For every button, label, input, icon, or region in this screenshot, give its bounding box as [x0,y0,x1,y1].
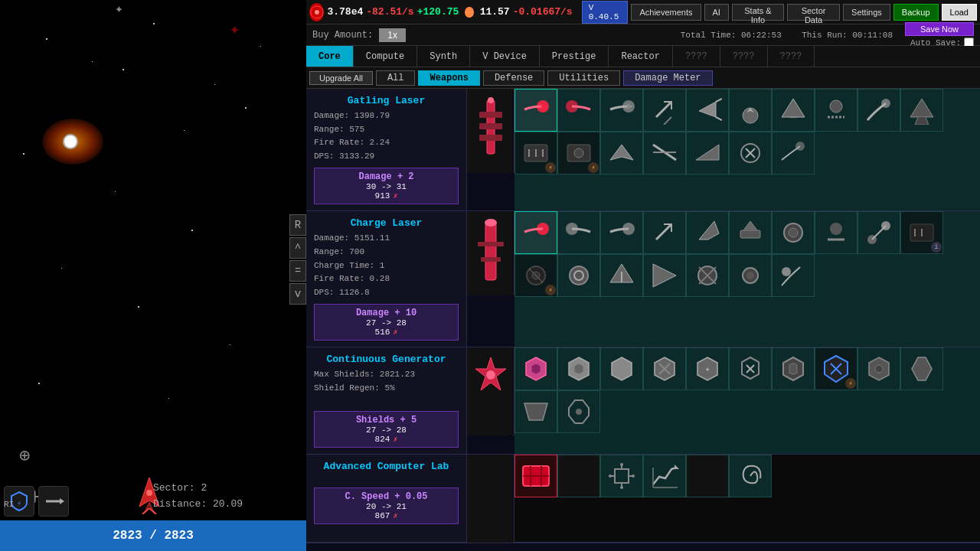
icon-cell[interactable] [772,89,815,132]
icon-cell[interactable] [600,347,643,390]
icon-cell[interactable] [557,211,600,254]
acl-upgrade-box[interactable]: C. Speed + 0.05 20 -> 21 867✗ [314,487,459,524]
generator-title: Continuous Generator [314,354,459,365]
gen-icon-grid: ✦ [514,347,980,453]
tab-core[interactable]: Core [306,46,354,67]
tab-reactor[interactable]: Reactor [609,46,672,67]
icon-cell[interactable] [815,211,858,254]
icon-cell[interactable] [772,211,815,254]
gen-upgrade-box[interactable]: Shields + 5 27 -> 28 824✗ [314,411,459,448]
icon-cell[interactable] [643,132,686,174]
backup-button[interactable]: Backup [893,4,939,21]
icon-cell[interactable] [815,89,858,132]
icon-cell[interactable] [729,89,772,132]
gatling-damage: Damage: 1398.79 [314,109,459,123]
icon-cell[interactable] [557,347,600,390]
icon-cell[interactable] [772,347,815,390]
icon-cell[interactable] [686,455,729,497]
filter-defense[interactable]: Defense [483,70,544,86]
tab-compute[interactable]: Compute [354,46,417,67]
tab-synth[interactable]: Synth [417,46,470,67]
filter-tabs: Upgrade All All Weapons Defense Utilitie… [306,67,980,89]
svg-point-59 [570,266,588,285]
icon-cell[interactable]: ✦ [686,347,729,390]
icon-cell[interactable] [772,254,815,297]
icon-cell[interactable] [643,89,686,132]
icon-cell[interactable]: ⚡ [514,254,557,297]
icon-cell[interactable] [686,89,729,132]
icon-cell[interactable]: ⚡ [514,132,557,174]
stat2-value: 11.57 [480,6,510,18]
weapon-ability-icon[interactable] [38,486,69,517]
svg-rect-17 [479,123,502,129]
icon-cell[interactable] [643,211,686,254]
icon-cell[interactable] [858,211,900,254]
icon-cell[interactable] [600,455,643,497]
icon-cell[interactable] [686,211,729,254]
sector-data-button[interactable]: Sector Data [787,4,840,21]
icon-cell[interactable] [686,254,729,297]
icon-cell[interactable]: ⚡ [815,347,858,390]
icon-cell[interactable] [514,390,557,433]
svg-point-70 [576,409,582,415]
gen-maxshields: Max Shields: 2821.23 [314,368,459,382]
filter-weapons[interactable]: Weapons [418,70,479,86]
icon-cell[interactable] [643,455,686,497]
icon-cell[interactable] [514,211,557,254]
icon-cell[interactable] [729,132,772,174]
achievements-button[interactable]: Achievements [631,4,701,21]
icon-cell[interactable] [600,132,643,174]
nav-down-button[interactable]: v [289,283,306,305]
load-button[interactable]: Load [942,4,977,21]
icon-cell[interactable] [514,455,557,497]
icon-cell[interactable] [600,254,643,297]
save-now-button[interactable]: Save Now [905,22,974,36]
ai-button[interactable]: AI [704,4,729,21]
nav-buttons[interactable]: R ^ = v [289,214,306,305]
upgrade-all-button[interactable]: Upgrade All [309,71,373,85]
icon-cell[interactable] [514,89,557,132]
icon-cell[interactable] [729,347,772,390]
charge-dps: DPS: 1126.8 [314,286,459,300]
stats-info-button[interactable]: Stats & Info [732,4,784,21]
filter-utilities[interactable]: Utilities [547,70,620,86]
icon-cell[interactable] [729,254,772,297]
icon-cell[interactable] [900,347,943,390]
icon-cell[interactable] [900,89,943,132]
icon-cell[interactable]: i [900,211,943,254]
svg-point-29 [830,100,842,112]
nav-eq-button[interactable]: = [289,260,306,282]
icon-cell[interactable]: ⚡ [557,132,600,174]
icon-cell[interactable] [643,347,686,390]
main-content[interactable]: Gatling Laser Damage: 1398.79 Range: 575… [306,89,980,551]
filter-all[interactable]: All [376,70,416,86]
icon-cell[interactable] [729,455,772,497]
icon-cell[interactable] [600,89,643,132]
svg-point-2 [146,490,152,496]
gatling-upgrade-box[interactable]: Damage + 2 30 -> 31 913✗ [314,168,459,204]
icon-cell[interactable] [858,347,900,390]
icon-cell[interactable] [557,254,600,297]
tab-prestige[interactable]: Prestige [540,46,609,67]
icon-cell[interactable] [772,132,815,174]
icon-cell[interactable] [729,211,772,254]
icon-cell[interactable] [686,132,729,174]
icon-cell[interactable] [557,455,600,497]
charge-upgrade-box[interactable]: Damage + 10 27 -> 28 516✗ [314,304,459,341]
icon-cell[interactable] [557,89,600,132]
icon-cell[interactable] [514,347,557,390]
buy-amount-button[interactable]: 1x [379,28,406,42]
nav-r-button[interactable]: R [289,214,306,236]
tab-locked-2[interactable]: ???? [720,46,768,67]
icon-cell[interactable] [557,390,600,433]
bottom-message: Upgrade ship to use more cores. [306,543,980,551]
settings-button[interactable]: Settings [843,4,890,21]
tab-vdevice[interactable]: V Device [470,46,540,67]
tab-locked-3[interactable]: ???? [768,46,815,67]
nav-up-button[interactable]: ^ [289,237,306,259]
icon-cell[interactable] [600,211,643,254]
icon-cell[interactable] [858,89,900,132]
tab-locked-1[interactable]: ???? [673,46,720,67]
icon-cell[interactable] [643,254,686,297]
filter-damage-meter[interactable]: Damage Meter [623,70,712,86]
